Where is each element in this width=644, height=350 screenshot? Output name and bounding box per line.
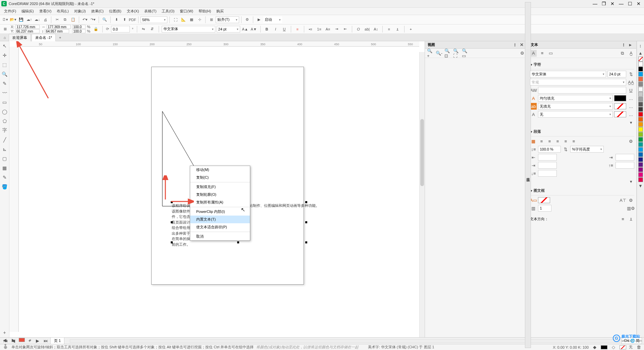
text-dir-v-icon[interactable]: ⫫ (628, 216, 634, 222)
selection-handle[interactable] (237, 241, 239, 243)
text-dir-h-icon[interactable]: ≡ (620, 216, 626, 222)
canvas[interactable]: 该程序给设计师提供了矢量动画、页面设计、网站制作、位图编辑和网页动画等多种功能。… (19, 47, 425, 337)
object-prev-icon[interactable]: ◀ (1, 337, 8, 343)
fill-indicator-icon[interactable]: ◆ (591, 344, 598, 350)
ellipse-tool-icon[interactable]: ◯ (1, 108, 9, 116)
more-options-icon[interactable]: ▾ (628, 119, 634, 126)
scale-x-input[interactable] (72, 25, 86, 29)
menu-item[interactable]: 效果(C) (89, 8, 106, 14)
mirror-h-icon[interactable]: ⇋ (140, 25, 147, 33)
space-before-input[interactable] (615, 162, 634, 169)
object-next-icon[interactable]: ▶ (10, 337, 17, 343)
vertical-scrollbar[interactable] (419, 52, 425, 337)
frame-fill-icon[interactable]: A▭ (530, 197, 537, 203)
underline-icon[interactable]: U (628, 87, 634, 94)
cloud-download-icon[interactable]: ☁↓ (34, 16, 41, 23)
bg-more-icon[interactable]: … (628, 103, 634, 110)
save-icon[interactable]: 💾 (17, 16, 25, 23)
spinner-icon[interactable]: ⇅ (628, 71, 634, 77)
vertical-align-icon[interactable]: A⊤ (620, 197, 626, 203)
height-input[interactable] (45, 29, 69, 33)
tab-welcome[interactable]: 欢迎屏幕 (9, 34, 31, 41)
panel-dock-icon[interactable]: ▸ (627, 42, 634, 48)
columns-input[interactable] (538, 205, 551, 212)
fill-type-dropdown[interactable]: 均匀填充 (538, 95, 613, 102)
status-outline-swatch[interactable] (620, 345, 626, 349)
color-swatch[interactable] (638, 122, 643, 127)
artistic-media-icon[interactable]: 〰 (1, 89, 9, 97)
color-swatch[interactable] (638, 82, 643, 86)
context-menu-item[interactable]: 复制(C) (190, 174, 250, 181)
indent-decrease-icon[interactable]: ⇤ (342, 25, 349, 33)
color-swatch[interactable] (638, 62, 643, 66)
bullet-list-icon[interactable]: •≡ (307, 25, 314, 33)
grid-icon[interactable]: ▦ (188, 16, 195, 23)
redo-icon[interactable]: ↷▾ (89, 16, 97, 23)
zoom-page-icon[interactable]: 🔍▭ (462, 50, 469, 57)
ver-text-icon[interactable]: ⫫ (394, 25, 401, 33)
indent-first-input[interactable] (615, 154, 634, 161)
context-menu-item[interactable]: 内置文本(T) (190, 216, 250, 223)
line-unit-dropdown[interactable]: %字符高度 (570, 146, 604, 153)
color-swatch[interactable] (638, 72, 643, 76)
char-tab-icon[interactable]: A (530, 50, 537, 57)
panel-fontsize-input[interactable] (607, 71, 626, 77)
increase-size-icon[interactable]: A▲ (241, 25, 249, 33)
zoom-out-icon[interactable]: 🔍- (436, 50, 442, 57)
zoom-tool-icon[interactable]: 🔍 (1, 70, 9, 78)
next-page-icon[interactable]: ▶ (34, 338, 41, 344)
vertical-ruler[interactable] (9, 47, 19, 332)
section-char[interactable]: 字符 (530, 60, 634, 69)
color-swatch[interactable] (638, 102, 643, 107)
mirror-v-icon[interactable]: ⇵ (149, 25, 156, 33)
menu-item[interactable]: 查看(V) (37, 8, 54, 14)
align-full-icon[interactable]: ≡ (570, 138, 577, 144)
frame-tab-icon[interactable]: ▭ (547, 50, 554, 57)
text-tool-icon[interactable]: 字 (1, 126, 9, 134)
trash-icon[interactable]: 🗑 (635, 344, 642, 350)
add-preset-icon[interactable]: + (407, 25, 415, 33)
color-swatch[interactable] (638, 67, 643, 71)
page-tab-1[interactable]: 页 1 (50, 337, 64, 344)
selection-handle[interactable] (305, 221, 307, 223)
color-swatch[interactable] (638, 117, 643, 122)
panel-menu-icon[interactable]: ⫶ (620, 42, 627, 48)
outline-more-icon[interactable]: … (628, 111, 634, 118)
context-menu-item[interactable]: 复制轮廓(O) (190, 191, 250, 198)
fill-color-swatch[interactable] (614, 95, 626, 101)
align-center-icon[interactable]: ≡ (546, 138, 553, 144)
indent-left-input[interactable] (538, 154, 557, 161)
new-icon[interactable]: 🗋▾ (1, 16, 9, 23)
maximize-icon[interactable]: ☐ (626, 1, 634, 7)
color-swatch[interactable] (638, 162, 643, 167)
color-swatch[interactable] (638, 177, 643, 182)
zoom-level[interactable]: 58% (141, 16, 167, 23)
color-swatch[interactable] (638, 142, 643, 147)
color-swatch[interactable] (638, 92, 643, 97)
horizontal-ruler[interactable]: 5010015020025030035040045050055060065070… (19, 41, 419, 47)
copy-icon[interactable]: ⧉ (61, 16, 69, 23)
context-menu-item[interactable]: 复制填充(F) (190, 183, 250, 191)
tab-document[interactable]: 未命名 -1* (32, 34, 56, 41)
context-menu-item[interactable]: 复制所有属性(A) (190, 198, 250, 206)
menu-item[interactable]: 位图(B) (106, 8, 124, 14)
outline-indicator-icon[interactable]: ◇ (610, 344, 617, 350)
opentype-icon[interactable]: O (355, 25, 362, 33)
color-swatch[interactable] (638, 112, 643, 117)
publish-pdf-icon[interactable]: PDF (129, 16, 136, 23)
context-menu-item[interactable]: 取消 (190, 233, 250, 240)
print-icon[interactable]: 🖨 (42, 16, 49, 23)
transparency-tool-icon[interactable]: ▦ (1, 164, 9, 172)
menu-item[interactable]: 文本(X) (124, 8, 142, 14)
color-swatch[interactable] (638, 147, 643, 152)
italic-button[interactable]: I (272, 25, 279, 33)
section-para[interactable]: 段落 (530, 127, 634, 136)
selection-handle[interactable] (171, 201, 173, 203)
doc-restore-icon[interactable]: ❐ (600, 1, 608, 7)
no-color-swatch[interactable] (638, 57, 643, 61)
new-tab-icon[interactable]: + (56, 34, 64, 41)
presets-icon[interactable]: ⊞ (1, 25, 9, 33)
shape-tool-icon[interactable]: ✛ (1, 51, 9, 59)
fill-tool-icon[interactable]: 🪣 (1, 183, 9, 191)
decrease-size-icon[interactable]: A▼ (250, 25, 258, 33)
